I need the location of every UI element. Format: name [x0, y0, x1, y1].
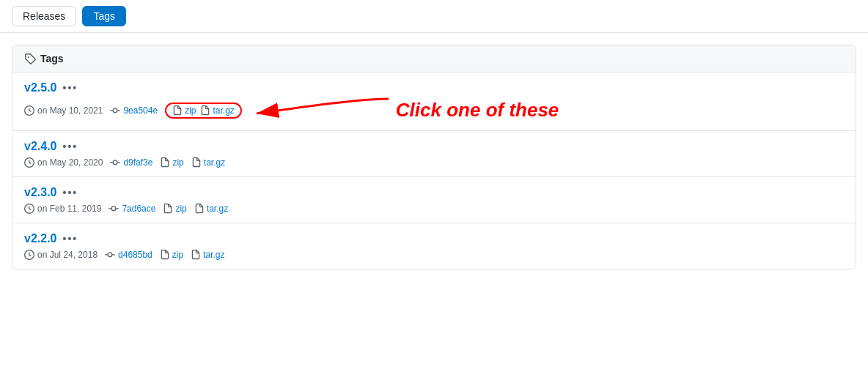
- targz-download-link[interactable]: tar.gz: [194, 204, 228, 214]
- clock-icon: [24, 250, 34, 260]
- tag-menu-dots[interactable]: •••: [62, 187, 78, 198]
- tag-commit: d4685bd: [105, 250, 152, 260]
- annotation: Click one of these: [249, 99, 559, 122]
- tag-commit: 7ad6ace: [108, 204, 155, 214]
- tags-tab[interactable]: Tags: [82, 6, 126, 26]
- tags-title: Tags: [40, 53, 64, 64]
- tag-row: v2.2.0•••on Jul 24, 2018d4685bdziptar.gz: [12, 223, 856, 269]
- tab-bar: Releases Tags: [0, 0, 868, 33]
- tag-menu-dots[interactable]: •••: [62, 82, 78, 94]
- releases-tab[interactable]: Releases: [12, 6, 76, 26]
- clock-icon: [24, 157, 34, 168]
- tag-version[interactable]: v2.2.0: [24, 232, 56, 245]
- tag-row: v2.3.0•••on Feb 11, 20197ad6aceziptar.gz: [12, 177, 856, 223]
- download-circle: ziptar.gz: [165, 103, 242, 119]
- tag-commit: d9faf3e: [110, 157, 152, 168]
- targz-download-link[interactable]: tar.gz: [191, 157, 225, 168]
- tags-container: Tags v2.5.0•••on May 10, 20219ea504ezipt…: [12, 45, 856, 269]
- tags-list: v2.5.0•••on May 10, 20219ea504eziptar.gz…: [12, 72, 856, 269]
- tag-date: on Jul 24, 2018: [24, 250, 98, 260]
- main-content: Tags v2.5.0•••on May 10, 20219ea504ezipt…: [0, 33, 868, 281]
- tag-commit: 9ea504e: [110, 105, 158, 116]
- tag-version[interactable]: v2.3.0: [24, 186, 56, 199]
- tag-row: v2.4.0•••on May 20, 2020d9faf3eziptar.gz: [12, 131, 856, 177]
- commit-link[interactable]: 7ad6ace: [122, 204, 155, 214]
- annotation-arrow: [249, 84, 396, 128]
- tag-date: on May 20, 2020: [24, 157, 103, 168]
- tag-row: v2.5.0•••on May 10, 20219ea504eziptar.gz…: [12, 72, 856, 131]
- commit-link[interactable]: 9ea504e: [123, 105, 158, 116]
- zip-download-link[interactable]: zip: [160, 157, 183, 168]
- zip-download-link[interactable]: zip: [160, 250, 183, 260]
- tag-version[interactable]: v2.5.0: [24, 81, 56, 94]
- tags-header: Tags: [12, 45, 856, 72]
- zip-download-link[interactable]: zip: [163, 204, 186, 214]
- highlighted-downloads: ziptar.gz: [165, 103, 242, 119]
- commit-link[interactable]: d4685bd: [118, 250, 152, 260]
- clock-icon: [24, 105, 34, 116]
- tag-date: on May 10, 2021: [24, 105, 103, 116]
- clock-icon: [24, 204, 34, 214]
- tag-version[interactable]: v2.4.0: [24, 140, 56, 153]
- annotation-text: Click one of these: [396, 99, 559, 122]
- zip-download-link[interactable]: zip: [172, 105, 196, 116]
- targz-download-link[interactable]: tar.gz: [200, 105, 234, 116]
- targz-download-link[interactable]: tar.gz: [191, 250, 224, 260]
- tag-icon: [24, 53, 36, 64]
- commit-link[interactable]: d9faf3e: [123, 157, 152, 168]
- tag-date: on Feb 11, 2019: [24, 204, 101, 214]
- tag-menu-dots[interactable]: •••: [62, 233, 78, 245]
- tag-menu-dots[interactable]: •••: [62, 141, 78, 152]
